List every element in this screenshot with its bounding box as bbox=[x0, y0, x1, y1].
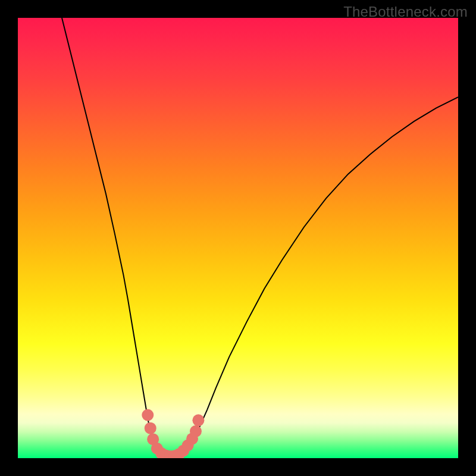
chart-frame: TheBottleneck.com bbox=[0, 0, 476, 476]
gradient-background bbox=[18, 18, 458, 458]
plot-area bbox=[18, 18, 458, 458]
